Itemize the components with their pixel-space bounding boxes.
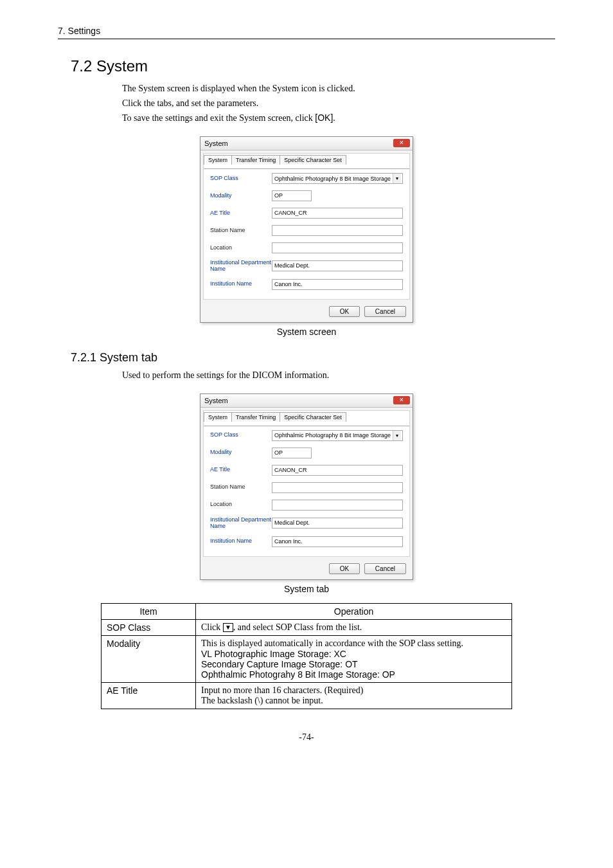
tab-strip-2: SystemTransfer TimingSpecific Character …	[204, 411, 409, 420]
input-ae-title[interactable]: CANON_CR	[272, 208, 403, 219]
label-location-2: Location	[210, 502, 272, 508]
table-row: SOP Class Click ▼, and select SOP Class …	[102, 619, 512, 635]
cancel-button[interactable]: Cancel	[364, 306, 406, 317]
close-icon-2[interactable]: ✕	[393, 396, 410, 404]
label-institution-name: Institution Name	[210, 281, 272, 287]
intro-line-3: To save the settings and exit the System…	[122, 111, 555, 125]
input-inst-dept-name[interactable]: Medical Dept.	[272, 260, 403, 271]
subsection-intro: Used to perform the settings for the DIC…	[122, 368, 555, 382]
aetitle-line1: Input no more than 16 characters. (Requi…	[201, 685, 506, 696]
label-sop-class-2: SOP Class	[210, 432, 272, 439]
input-station-name-2[interactable]	[272, 482, 403, 493]
modality-line2: VL Photographic Image Storage: XC	[201, 649, 506, 659]
label-ae-title: AE Title	[210, 210, 272, 217]
tab-strip: SystemTransfer TimingSpecific Character …	[204, 154, 409, 163]
dropdown-icon: ▼	[223, 623, 233, 632]
ok-button-2[interactable]: OK	[329, 563, 360, 574]
close-icon[interactable]: ✕	[393, 139, 410, 147]
select-sop-class-value-2: Ophthalmic Photography 8 Bit Image Stora…	[274, 432, 400, 439]
dialog-titlebar: System ✕	[200, 137, 413, 150]
input-modality[interactable]: OP	[272, 190, 312, 201]
label-modality-2: Modality	[210, 449, 272, 456]
modality-line4: Ophthalmic Photograhy 8 Bit Image Storag…	[201, 669, 506, 680]
system-dialog: System ✕ SystemTransfer TimingSpecific C…	[200, 136, 413, 323]
label-sop-class: SOP Class	[210, 176, 272, 182]
cell-aetitle-item: AE Title	[102, 682, 196, 709]
tab-system[interactable]: System	[204, 155, 232, 165]
label-location: Location	[210, 245, 272, 251]
table-row: Modality This is displayed automatically…	[102, 635, 512, 682]
intro-line-1: The System screen is displayed when the …	[122, 82, 555, 95]
cell-sop-class-item: SOP Class	[102, 619, 196, 635]
input-location[interactable]	[272, 242, 403, 253]
dialog-titlebar-2: System ✕	[200, 394, 413, 408]
sop-op-suffix: , and select SOP Class from the list.	[233, 622, 362, 632]
input-location-2[interactable]	[272, 500, 403, 511]
cancel-button-2[interactable]: Cancel	[364, 563, 406, 574]
select-sop-class-2[interactable]: Ophthalmic Photography 8 Bit Image Stora…	[272, 430, 403, 441]
label-ae-title-2: AE Title	[210, 467, 272, 473]
heading-7-2-1: 7.2.1 System tab	[71, 351, 555, 365]
label-station-name: Station Name	[210, 228, 272, 234]
caption-system-tab: System tab	[58, 584, 555, 594]
label-institution-name-2: Institution Name	[210, 538, 272, 545]
input-institution-name[interactable]: Canon Inc.	[272, 279, 403, 290]
label-modality: Modality	[210, 193, 272, 199]
input-inst-dept-name-2[interactable]: Medical Dept.	[272, 518, 403, 529]
ok-button[interactable]: OK	[329, 306, 360, 317]
dialog-title-text-2: System	[204, 397, 228, 404]
cell-modality-op: This is displayed automatically in accor…	[196, 635, 512, 682]
tab-specific-charset[interactable]: Specific Character Set	[280, 155, 346, 165]
select-sop-class[interactable]: Ophthalmic Photography 8 Bit Image Stora…	[272, 173, 403, 184]
label-inst-dept-name-2: Institutional Department Name	[210, 517, 272, 530]
page-number: -74-	[58, 732, 555, 743]
save-suffix: .	[333, 113, 335, 123]
intro-line-2: Click the tabs, and set the parameters.	[122, 96, 555, 110]
sop-op-prefix: Click	[201, 622, 223, 632]
th-item: Item	[102, 603, 196, 619]
input-station-name[interactable]	[272, 225, 403, 236]
caption-system-screen: System screen	[58, 327, 555, 337]
tab-system-2[interactable]: System	[204, 412, 232, 422]
input-modality-2[interactable]: OP	[272, 448, 312, 458]
select-sop-class-value: Ophthalmic Photography 8 Bit Image Stora…	[274, 176, 400, 182]
heading-7-2: 7.2 System	[71, 57, 555, 75]
tab-specific-charset-2[interactable]: Specific Character Set	[280, 412, 346, 422]
label-station-name-2: Station Name	[210, 484, 272, 491]
cell-aetitle-op: Input no more than 16 characters. (Requi…	[196, 682, 512, 709]
tab-transfer-timing[interactable]: Transfer Timing	[231, 155, 280, 165]
save-ok-ref: [OK]	[315, 113, 333, 123]
aetitle-line2: The backslash (\) cannot be input.	[201, 696, 506, 706]
tab-transfer-timing-2[interactable]: Transfer Timing	[231, 412, 280, 422]
save-prefix: To save the settings and exit the System…	[122, 113, 315, 123]
cell-modality-item: Modality	[102, 635, 196, 682]
cell-sop-class-op: Click ▼, and select SOP Class from the l…	[196, 619, 512, 635]
modality-line3: Secondary Capture Image Storage: OT	[201, 659, 506, 669]
operation-table: Item Operation SOP Class Click ▼, and se…	[101, 603, 512, 709]
th-operation: Operation	[196, 603, 512, 619]
input-institution-name-2[interactable]: Canon Inc.	[272, 536, 403, 547]
system-dialog-2: System ✕ SystemTransfer TimingSpecific C…	[200, 393, 413, 580]
page-section-header: 7. Settings	[58, 26, 555, 39]
page-section-header-text: 7. Settings	[58, 26, 100, 36]
table-row: AE Title Input no more than 16 character…	[102, 682, 512, 709]
modality-line1: This is displayed automatically in accor…	[201, 638, 506, 649]
dialog-title-text: System	[204, 140, 228, 147]
input-ae-title-2[interactable]: CANON_CR	[272, 465, 403, 476]
label-inst-dept-name: Institutional Department Name	[210, 260, 272, 273]
